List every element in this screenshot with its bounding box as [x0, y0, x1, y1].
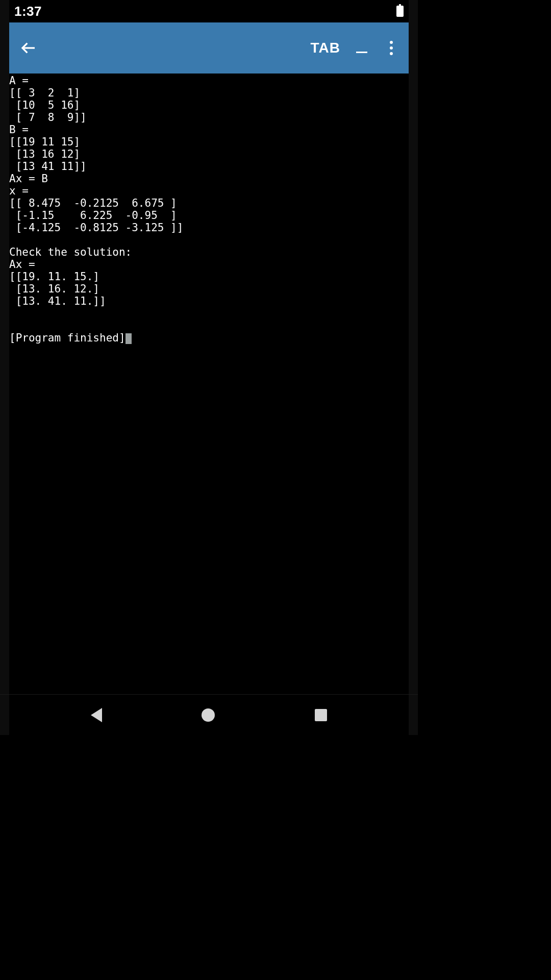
nav-recent-button[interactable]	[315, 709, 327, 721]
terminal-cursor	[126, 333, 132, 344]
output-line: [-4.125 -0.8125 -3.125 ]]	[9, 222, 183, 234]
nav-home-button[interactable]	[202, 708, 215, 722]
minimize-icon	[356, 52, 367, 54]
nav-back-button[interactable]	[91, 708, 102, 722]
status-bar: 1:37	[9, 0, 409, 22]
output-line: [-1.15 6.225 -0.95 ]	[9, 209, 177, 222]
output-line: B =	[9, 124, 29, 136]
more-icon	[390, 41, 393, 44]
output-line: [Program finished]	[9, 332, 126, 344]
output-line: x =	[9, 185, 29, 197]
more-menu-button[interactable]	[383, 38, 399, 58]
output-line: Ax =	[9, 258, 35, 271]
output-line: Ax = B	[9, 173, 48, 185]
minimize-button[interactable]	[355, 38, 369, 58]
output-line: [13 16 12]	[9, 148, 80, 160]
status-time: 1:37	[14, 4, 42, 19]
terminal-output[interactable]: A = [[ 3 2 1] [10 5 16] [ 7 8 9]] B = [[…	[9, 74, 409, 344]
output-line: [13 41 11]]	[9, 160, 87, 173]
arrow-left-icon	[20, 40, 37, 56]
output-line: A =	[9, 75, 29, 87]
output-line: [ 7 8 9]]	[9, 111, 87, 124]
output-line: [[ 8.475 -0.2125 6.675 ]	[9, 197, 177, 209]
output-line: [[ 3 2 1]	[9, 87, 80, 99]
output-line: [[19 11 15]	[9, 136, 80, 148]
app-bar: TAB	[9, 22, 409, 74]
battery-icon	[396, 6, 404, 17]
output-line: Check the solution:	[9, 246, 132, 258]
tab-button[interactable]: TAB	[311, 40, 340, 56]
output-line: [10 5 16]	[9, 99, 80, 111]
system-nav-bar	[0, 694, 418, 735]
output-line: [[19. 11. 15.]	[9, 271, 99, 283]
back-button[interactable]	[18, 38, 39, 58]
output-line: [13. 16. 12.]	[9, 283, 99, 295]
output-line: [13. 41. 11.]]	[9, 295, 106, 307]
